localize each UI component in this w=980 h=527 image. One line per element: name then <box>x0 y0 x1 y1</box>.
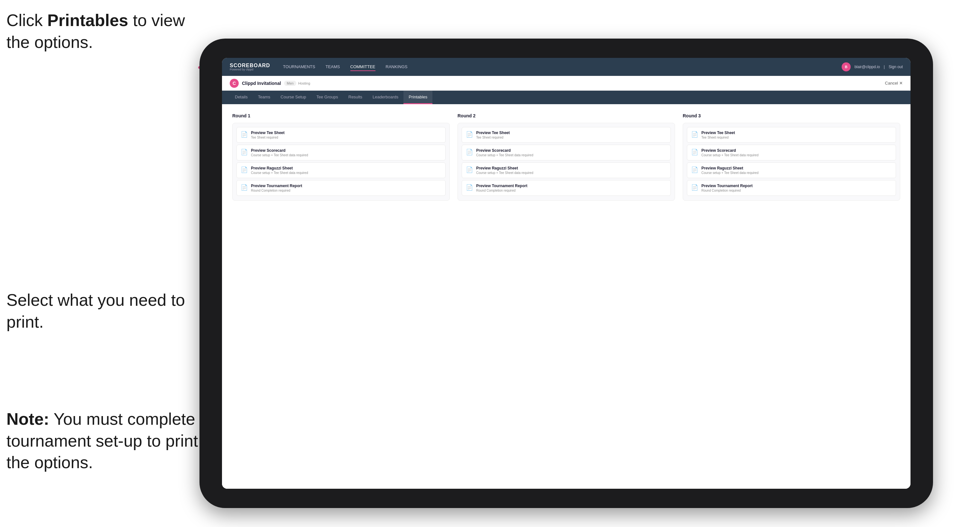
round-3-tournament-report-text: Preview Tournament Report Round Completi… <box>702 184 752 192</box>
round-1-raguzzi-sub: Course setup + Tee Sheet data required <box>251 171 308 175</box>
document-icon-8: 📄 <box>466 184 473 191</box>
scoreboard-logo: SCOREBOARD Powered by clippd <box>230 63 270 71</box>
tournament-logo-letter: C <box>232 81 236 86</box>
document-icon-4: 📄 <box>241 184 248 191</box>
round-2-raguzzi-title: Preview Raguzzi Sheet <box>476 166 533 170</box>
round-3-raguzzi-title: Preview Raguzzi Sheet <box>702 166 758 170</box>
tournament-name: Clippd Invitational <box>242 81 281 86</box>
tournament-logo: C <box>230 79 239 88</box>
tablet-screen: SCOREBOARD Powered by clippd TOURNAMENTS… <box>222 58 910 489</box>
round-3-tee-sheet-title: Preview Tee Sheet <box>702 130 735 135</box>
round-3-items: 📄 Preview Tee Sheet Tee Sheet required 📄… <box>683 123 900 201</box>
user-avatar: B <box>842 62 851 71</box>
nav-teams[interactable]: TEAMS <box>326 63 340 71</box>
round-2-tournament-report-text: Preview Tournament Report Round Completi… <box>476 184 527 192</box>
nav-committee[interactable]: COMMITTEE <box>350 63 375 71</box>
document-icon-7: 📄 <box>466 166 473 173</box>
round-3-tournament-report[interactable]: 📄 Preview Tournament Report Round Comple… <box>687 180 896 196</box>
round-1-scorecard-sub: Course setup + Tee Sheet data required <box>251 153 308 157</box>
round-1-tee-sheet-sub: Tee Sheet required <box>251 136 285 139</box>
annotation-bottom: Note: You must complete the tournament s… <box>6 408 225 474</box>
tab-printables[interactable]: Printables <box>404 90 433 104</box>
printables-bold: Printables <box>47 11 128 30</box>
round-2-tee-sheet-text: Preview Tee Sheet Tee Sheet required <box>476 130 510 139</box>
round-1-tournament-report-text: Preview Tournament Report Round Completi… <box>251 184 302 192</box>
round-1-tournament-report[interactable]: 📄 Preview Tournament Report Round Comple… <box>237 180 445 196</box>
round-1-items: 📄 Preview Tee Sheet Tee Sheet required 📄… <box>232 123 450 201</box>
round-1-tee-sheet[interactable]: 📄 Preview Tee Sheet Tee Sheet required <box>237 127 445 143</box>
tab-leaderboards[interactable]: Leaderboards <box>368 90 404 104</box>
logo-sub: Powered by clippd <box>230 68 270 71</box>
sign-out-link[interactable]: Sign out <box>889 65 903 69</box>
round-1-scorecard-title: Preview Scorecard <box>251 148 308 153</box>
document-icon-5: 📄 <box>466 131 473 138</box>
round-2-raguzzi-sub: Course setup + Tee Sheet data required <box>476 171 533 175</box>
round-3-scorecard-title: Preview Scorecard <box>702 148 758 153</box>
round-1-tee-sheet-title: Preview Tee Sheet <box>251 130 285 135</box>
cancel-button[interactable]: Cancel ✕ <box>885 81 903 86</box>
tab-results[interactable]: Results <box>343 90 368 104</box>
round-2-column: Round 2 📄 Preview Tee Sheet Tee Sheet re… <box>458 113 675 201</box>
rounds-grid: Round 1 📄 Preview Tee Sheet Tee Sheet re… <box>232 113 900 201</box>
round-2-tournament-report-sub: Round Completion required <box>476 189 527 192</box>
round-1-tournament-report-title: Preview Tournament Report <box>251 184 302 188</box>
nav-rankings[interactable]: RANKINGS <box>386 63 408 71</box>
document-icon-9: 📄 <box>691 131 698 138</box>
round-2-raguzzi[interactable]: 📄 Preview Raguzzi Sheet Course setup + T… <box>462 162 671 178</box>
round-2-tee-sheet[interactable]: 📄 Preview Tee Sheet Tee Sheet required <box>462 127 671 143</box>
close-icon: ✕ <box>899 81 903 86</box>
round-1-tournament-report-sub: Round Completion required <box>251 189 302 192</box>
round-3-tee-sheet-text: Preview Tee Sheet Tee Sheet required <box>702 130 735 139</box>
tab-course-setup[interactable]: Course Setup <box>275 90 312 104</box>
annotation-middle: Select what you need to print. <box>6 289 193 333</box>
tab-teams[interactable]: Teams <box>253 90 275 104</box>
round-1-raguzzi-text: Preview Raguzzi Sheet Course setup + Tee… <box>251 166 308 175</box>
note-bold: Note: <box>6 410 49 428</box>
cancel-label: Cancel <box>885 81 898 86</box>
round-3-tee-sheet[interactable]: 📄 Preview Tee Sheet Tee Sheet required <box>687 127 896 143</box>
tournament-hosting: Hosting <box>298 81 310 85</box>
round-1-title: Round 1 <box>232 113 450 118</box>
round-2-scorecard-sub: Course setup + Tee Sheet data required <box>476 153 533 157</box>
round-1-column: Round 1 📄 Preview Tee Sheet Tee Sheet re… <box>232 113 450 201</box>
tab-details[interactable]: Details <box>230 90 253 104</box>
round-1-raguzzi-title: Preview Raguzzi Sheet <box>251 166 308 170</box>
document-icon-12: 📄 <box>691 184 698 191</box>
round-2-scorecard-title: Preview Scorecard <box>476 148 533 153</box>
round-2-tee-sheet-title: Preview Tee Sheet <box>476 130 510 135</box>
round-3-raguzzi[interactable]: 📄 Preview Raguzzi Sheet Course setup + T… <box>687 162 896 178</box>
top-nav-links: TOURNAMENTS TEAMS COMMITTEE RANKINGS <box>283 63 842 71</box>
round-3-scorecard-sub: Course setup + Tee Sheet data required <box>702 153 758 157</box>
round-3-tournament-report-title: Preview Tournament Report <box>702 184 752 188</box>
round-2-title: Round 2 <box>458 113 675 118</box>
document-icon-2: 📄 <box>241 149 248 156</box>
round-1-raguzzi[interactable]: 📄 Preview Raguzzi Sheet Course setup + T… <box>237 162 445 178</box>
round-3-raguzzi-text: Preview Raguzzi Sheet Course setup + Tee… <box>702 166 758 175</box>
round-3-scorecard[interactable]: 📄 Preview Scorecard Course setup + Tee S… <box>687 145 896 160</box>
tab-tee-groups[interactable]: Tee Groups <box>312 90 343 104</box>
round-2-tournament-report[interactable]: 📄 Preview Tournament Report Round Comple… <box>462 180 671 196</box>
sub-nav: Details Teams Course Setup Tee Groups Re… <box>222 90 910 104</box>
document-icon-3: 📄 <box>241 166 248 173</box>
round-1-scorecard[interactable]: 📄 Preview Scorecard Course setup + Tee S… <box>237 145 445 160</box>
nav-tournaments[interactable]: TOURNAMENTS <box>283 63 315 71</box>
user-email: blair@clippd.io <box>854 65 880 69</box>
round-2-tournament-report-title: Preview Tournament Report <box>476 184 527 188</box>
tournament-badge: Men <box>284 81 296 86</box>
round-3-tournament-report-sub: Round Completion required <box>702 189 752 192</box>
main-content: Round 1 📄 Preview Tee Sheet Tee Sheet re… <box>222 104 910 489</box>
round-2-raguzzi-text: Preview Raguzzi Sheet Course setup + Tee… <box>476 166 533 175</box>
round-2-scorecard[interactable]: 📄 Preview Scorecard Course setup + Tee S… <box>462 145 671 160</box>
round-2-scorecard-text: Preview Scorecard Course setup + Tee She… <box>476 148 533 157</box>
tournament-header: C Clippd Invitational Men Hosting Cancel… <box>222 76 910 90</box>
round-1-tee-sheet-text: Preview Tee Sheet Tee Sheet required <box>251 130 285 139</box>
top-nav: SCOREBOARD Powered by clippd TOURNAMENTS… <box>222 58 910 76</box>
round-2-items: 📄 Preview Tee Sheet Tee Sheet required 📄… <box>458 123 675 201</box>
round-3-tee-sheet-sub: Tee Sheet required <box>702 136 735 139</box>
round-3-scorecard-text: Preview Scorecard Course setup + Tee She… <box>702 148 758 157</box>
round-2-tee-sheet-sub: Tee Sheet required <box>476 136 510 139</box>
document-icon: 📄 <box>241 131 248 138</box>
document-icon-10: 📄 <box>691 149 698 156</box>
round-3-title: Round 3 <box>683 113 900 118</box>
round-3-raguzzi-sub: Course setup + Tee Sheet data required <box>702 171 758 175</box>
